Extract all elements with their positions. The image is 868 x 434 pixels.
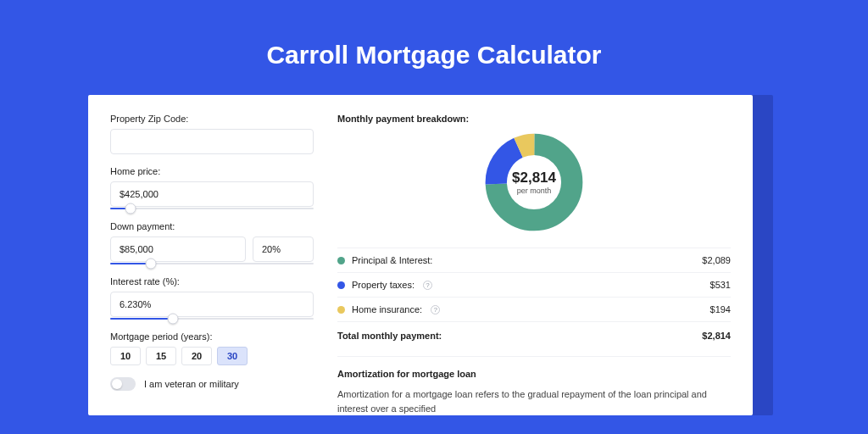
veteran-toggle-knob [112,379,122,389]
veteran-toggle[interactable] [110,377,136,391]
interest-slider-fill [110,318,173,320]
page-title: Carroll Mortgage Calculator [95,41,773,70]
home-price-slider[interactable] [110,208,314,209]
period-label: Mortgage period (years): [110,331,314,342]
interest-input[interactable] [110,292,314,317]
legend-row-taxes: Property taxes: ? $531 [337,272,731,297]
interest-slider[interactable] [110,318,314,320]
total-row: Total monthly payment: $2,814 [337,321,731,351]
legend-row-principal: Principal & Interest: $2,089 [337,248,731,272]
dot-taxes [337,281,345,289]
down-payment-label: Down payment: [110,221,314,231]
home-price-input[interactable] [110,181,314,207]
home-price-label: Home price: [110,166,314,176]
period-option-20[interactable]: 20 [181,347,212,365]
legend-label-principal: Principal & Interest: [352,255,432,265]
period-option-15[interactable]: 15 [146,347,176,365]
card-shadow: Property Zip Code: Home price: Down paym… [95,95,773,415]
form-panel: Property Zip Code: Home price: Down paym… [110,114,314,415]
legend-value-taxes: $531 [710,280,731,290]
help-icon[interactable]: ? [431,305,440,314]
dot-insurance [337,306,345,314]
down-payment-slider-thumb[interactable] [146,259,157,270]
home-price-slider-thumb[interactable] [125,203,136,214]
legend-row-insurance: Home insurance: ? $194 [337,297,731,321]
veteran-label: I am veteran or military [144,379,239,389]
donut-center-sub: per month [517,186,552,195]
period-option-10[interactable]: 10 [110,347,141,365]
zip-label: Property Zip Code: [110,114,314,124]
amortization-section: Amortization for mortgage loan Amortizat… [337,356,731,415]
zip-input[interactable] [110,129,314,154]
donut-center-amount: $2,814 [512,170,556,186]
down-payment-slider[interactable] [110,263,314,264]
breakdown-donut-chart: $2,814 per month [484,132,584,232]
legend-label-insurance: Home insurance: [352,304,422,314]
calculator-card: Property Zip Code: Home price: Down paym… [88,95,753,415]
amortization-text: Amortization for a mortgage loan refers … [337,387,731,415]
legend-label-taxes: Property taxes: [352,280,415,290]
interest-label: Interest rate (%): [110,276,314,287]
breakdown-panel: Monthly payment breakdown: [337,114,731,415]
legend-value-insurance: $194 [710,304,731,314]
legend-value-principal: $2,089 [702,255,731,265]
total-label: Total monthly payment: [337,331,442,341]
period-options: 10 15 20 30 [110,347,314,365]
help-icon[interactable]: ? [423,281,432,290]
down-payment-input[interactable] [110,236,246,262]
amortization-title: Amortization for mortgage loan [337,369,731,379]
breakdown-title: Monthly payment breakdown: [337,114,731,124]
total-value: $2,814 [702,331,731,341]
interest-slider-thumb[interactable] [168,314,179,325]
period-option-30[interactable]: 30 [217,347,248,365]
dot-principal [337,257,345,264]
down-payment-pct-input[interactable] [253,236,314,262]
